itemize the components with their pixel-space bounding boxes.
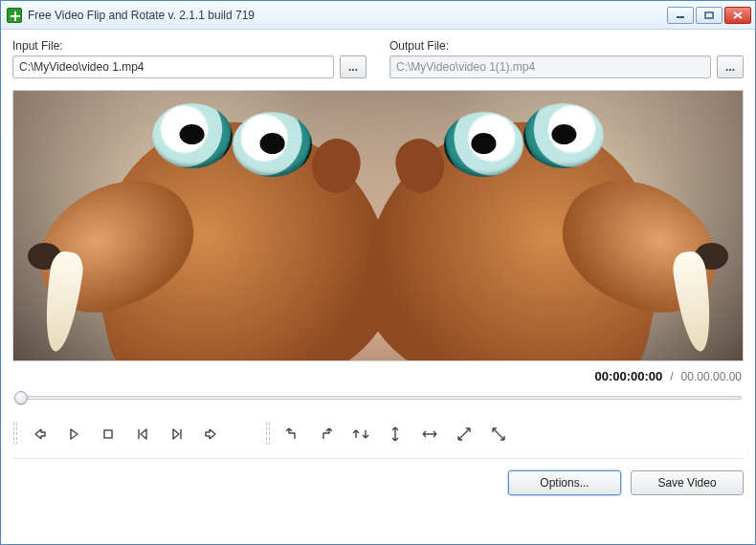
input-file-field[interactable]: C:\MyVideo\video 1.mp4: [12, 55, 334, 78]
skip-start-button[interactable]: [127, 420, 158, 448]
preview-figure-right: [378, 90, 743, 361]
play-icon: [68, 428, 79, 440]
minimize-icon: [676, 11, 685, 19]
svg-rect-0: [677, 16, 684, 18]
titlebar[interactable]: Free Video Flip and Rotate v. 2.1.1 buil…: [1, 1, 755, 30]
toolbar: [12, 412, 744, 459]
maximize-icon: [704, 11, 714, 19]
svg-rect-1: [705, 12, 713, 18]
flip-horizontal-button[interactable]: [414, 420, 445, 448]
window-title: Free Video Flip and Rotate v. 2.1.1 buil…: [28, 9, 665, 22]
output-file-label: Output File:: [389, 39, 744, 53]
skip-end-button[interactable]: [162, 420, 192, 448]
file-row: Input File: C:\MyVideo\video 1.mp4 ... O…: [12, 39, 744, 78]
diagonal-tlbr-icon: [456, 426, 472, 442]
output-file-section: Output File: C:\MyVideo\video 1(1).mp4 .…: [389, 39, 744, 78]
seek-thumb[interactable]: [14, 391, 28, 404]
input-browse-button[interactable]: ...: [340, 55, 367, 78]
toolbar-grip[interactable]: [12, 422, 18, 447]
rotate-ccw-button[interactable]: [277, 420, 307, 448]
content-area: Input File: C:\MyVideo\video 1.mp4 ... O…: [1, 30, 755, 544]
skip-start-icon: [136, 428, 149, 440]
flip-vertical-icon: [389, 426, 402, 442]
flip-diagonal-2-button[interactable]: [483, 420, 514, 448]
time-display: 00:00:00:00 / 00.00.00.00: [12, 369, 744, 383]
time-total: 00.00.00.00: [681, 370, 742, 383]
prev-frame-button[interactable]: [24, 420, 55, 448]
arrow-left-icon: [32, 427, 47, 441]
arrow-right-icon: [204, 427, 219, 441]
rotate-cw-icon: [319, 426, 334, 442]
video-preview[interactable]: [12, 90, 744, 361]
skip-end-icon: [170, 428, 184, 440]
output-browse-button[interactable]: ...: [717, 55, 744, 78]
preview-figure-left: [13, 90, 378, 361]
minimize-button[interactable]: [667, 7, 694, 24]
app-icon: [7, 8, 22, 23]
seek-slider[interactable]: [14, 389, 742, 406]
time-separator: /: [670, 370, 673, 383]
time-current: 00:00:00:00: [594, 369, 662, 383]
input-file-section: Input File: C:\MyVideo\video 1.mp4 ...: [12, 39, 367, 78]
rotate-180-button[interactable]: [345, 420, 376, 448]
svg-rect-2: [104, 430, 112, 438]
options-button[interactable]: Options...: [508, 470, 621, 495]
rotate-180-icon: [352, 427, 369, 441]
flip-diagonal-1-button[interactable]: [449, 420, 479, 448]
seek-track: [14, 396, 742, 400]
app-window: Free Video Flip and Rotate v. 2.1.1 buil…: [0, 0, 756, 545]
flip-vertical-button[interactable]: [380, 420, 411, 448]
next-frame-button[interactable]: [196, 420, 227, 448]
toolbar-grip-2[interactable]: [265, 422, 271, 447]
play-button[interactable]: [58, 420, 89, 448]
stop-icon: [102, 428, 114, 440]
close-button[interactable]: [724, 7, 751, 24]
close-icon: [733, 11, 743, 19]
rotate-ccw-icon: [284, 426, 300, 442]
footer: Options... Save Video: [12, 459, 744, 495]
input-file-label: Input File:: [12, 39, 367, 53]
diagonal-trbl-icon: [491, 426, 506, 442]
save-video-button[interactable]: Save Video: [631, 470, 744, 495]
flip-horizontal-icon: [422, 427, 437, 441]
maximize-button[interactable]: [696, 7, 723, 24]
rotate-cw-button[interactable]: [311, 420, 342, 448]
output-file-field[interactable]: C:\MyVideo\video 1(1).mp4: [389, 55, 711, 78]
stop-button[interactable]: [93, 420, 123, 448]
